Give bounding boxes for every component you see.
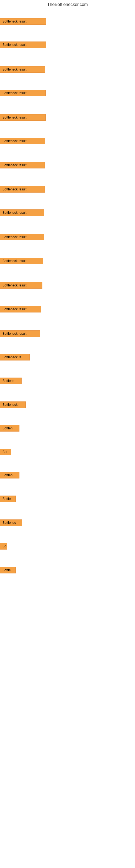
bottleneck-row[interactable]: Bottleneck result bbox=[0, 138, 45, 145]
rows-container: Bottleneck resultBottleneck resultBottle… bbox=[0, 8, 135, 865]
bottleneck-badge[interactable]: Bottleneck result bbox=[0, 330, 40, 337]
bottleneck-badge[interactable]: Bottleneck result bbox=[0, 258, 43, 264]
bottleneck-badge[interactable]: Bottleneck result bbox=[0, 138, 45, 144]
bottleneck-row[interactable]: Bottleneck result bbox=[0, 306, 41, 314]
bottleneck-row[interactable]: Bottle bbox=[0, 496, 16, 503]
bottleneck-row[interactable]: Bottleneck result bbox=[0, 41, 46, 49]
bottleneck-row[interactable]: Bottleneck result bbox=[0, 162, 45, 169]
bottleneck-badge[interactable]: Bottleneck result bbox=[0, 186, 45, 193]
bottleneck-row[interactable]: Bottleneck r bbox=[0, 401, 26, 409]
bottleneck-badge[interactable]: Bottleneck re bbox=[0, 354, 30, 361]
bottleneck-row[interactable]: Bottle bbox=[0, 567, 16, 575]
bottleneck-row[interactable]: Bot bbox=[0, 448, 11, 456]
bottleneck-badge[interactable]: Bottlenec bbox=[0, 520, 22, 526]
bottleneck-row[interactable]: Bottleneck result bbox=[0, 18, 46, 26]
bottleneck-badge[interactable]: Bottleneck result bbox=[0, 234, 44, 240]
bottleneck-row[interactable]: Bottleneck result bbox=[0, 282, 42, 290]
bottleneck-row[interactable]: Bottleneck result bbox=[0, 234, 44, 241]
bottleneck-row[interactable]: Bottlen bbox=[0, 425, 19, 433]
bottleneck-row[interactable]: Bottleneck result bbox=[0, 330, 40, 338]
bottleneck-badge[interactable]: Bottleneck result bbox=[0, 66, 45, 73]
bottleneck-row[interactable]: Bottlenec bbox=[0, 520, 22, 527]
bottleneck-badge[interactable]: Bottleneck result bbox=[0, 41, 46, 48]
bottleneck-badge[interactable]: Bo bbox=[0, 543, 7, 550]
site-title-text: TheBottlenecker.com bbox=[47, 2, 88, 7]
bottleneck-badge[interactable]: Bottle bbox=[0, 567, 16, 574]
bottleneck-row[interactable]: Bottlene bbox=[0, 378, 21, 385]
bottleneck-row[interactable]: Bottleneck result bbox=[0, 209, 44, 217]
bottleneck-row[interactable]: Bottlen bbox=[0, 472, 19, 479]
bottleneck-badge[interactable]: Bottleneck result bbox=[0, 209, 44, 216]
bottleneck-badge[interactable]: Bottlen bbox=[0, 425, 19, 432]
bottleneck-badge[interactable]: Bottlene bbox=[0, 378, 21, 384]
bottleneck-badge[interactable]: Bottleneck r bbox=[0, 401, 26, 408]
bottleneck-badge[interactable]: Bottleneck result bbox=[0, 306, 41, 312]
bottleneck-badge[interactable]: Bottleneck result bbox=[0, 114, 46, 121]
bottleneck-row[interactable]: Bottleneck result bbox=[0, 186, 45, 194]
bottleneck-badge[interactable]: Bottleneck result bbox=[0, 282, 42, 289]
bottleneck-row[interactable]: Bottleneck result bbox=[0, 90, 46, 97]
bottleneck-row[interactable]: Bottleneck result bbox=[0, 66, 45, 74]
bottleneck-badge[interactable]: Bottle bbox=[0, 496, 16, 502]
bottleneck-badge[interactable]: Bot bbox=[0, 448, 11, 455]
bottleneck-row[interactable]: Bottleneck re bbox=[0, 354, 30, 362]
bottleneck-row[interactable]: Bottleneck result bbox=[0, 114, 46, 122]
bottleneck-row[interactable]: Bo bbox=[0, 543, 7, 551]
bottleneck-row[interactable]: Bottleneck result bbox=[0, 258, 43, 265]
bottleneck-badge[interactable]: Bottlen bbox=[0, 472, 19, 478]
bottleneck-badge[interactable]: Bottleneck result bbox=[0, 90, 46, 96]
bottleneck-badge[interactable]: Bottleneck result bbox=[0, 18, 46, 25]
bottleneck-badge[interactable]: Bottleneck result bbox=[0, 162, 45, 168]
site-title: TheBottlenecker.com bbox=[0, 0, 135, 8]
